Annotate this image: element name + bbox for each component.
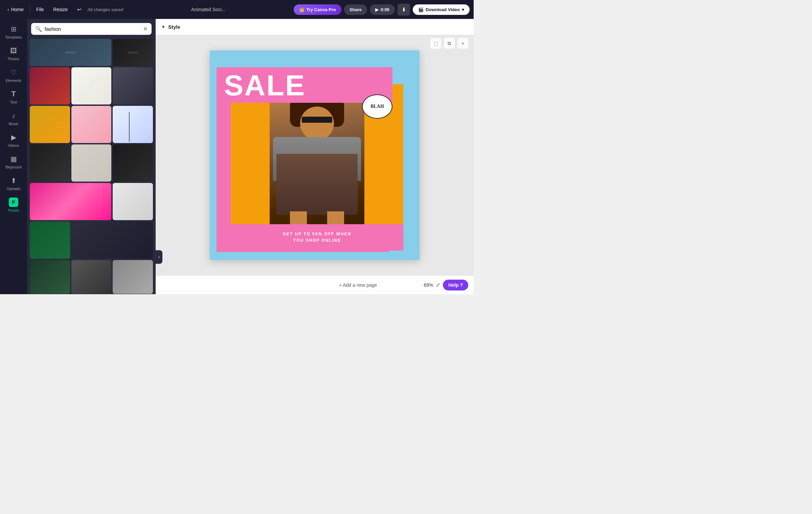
sidebar-item-videos-label: Videos [8,143,19,147]
main-layout: ⊞ Templates 🖼 Photos ♡ Elements T Text ♪… [0,19,474,294]
search-icon: 🔍 [35,26,42,32]
search-panel: 🔍 ✕ fashion fashion 👗 [27,19,156,294]
photo-cell[interactable] [30,183,111,220]
photo-cell[interactable] [113,144,153,182]
search-bar: 🔍 ✕ [27,19,156,38]
photo-cell[interactable] [113,183,153,220]
try-pro-button[interactable]: 👑 Try Canva Pro [294,4,341,15]
uploads-icon: ⬆ [9,176,18,185]
crown-icon: 👑 [299,7,304,12]
style-toolbar: ✦ Style [156,19,474,35]
undo-button[interactable]: ↩ [74,5,85,14]
file-button[interactable]: File [33,5,47,14]
style-sparkle-icon: ✦ [161,24,165,30]
photo-cell[interactable] [30,106,70,143]
left-sidebar: ⊞ Templates 🖼 Photos ♡ Elements T Text ♪… [0,19,27,294]
undo-icon: ↩ [77,7,81,12]
sidebar-item-text[interactable]: T Text [2,87,25,107]
blah-text: BLAH [370,104,384,109]
pexels-icon: P [9,197,18,207]
photo-cell[interactable] [30,221,70,259]
photo-cell[interactable] [71,221,153,259]
sidebar-item-photos[interactable]: 🖼 Photos [2,43,25,64]
help-button[interactable]: Help ? [443,280,468,290]
sidebar-item-templates-label: Templates [5,35,22,39]
photos-icon: 🖼 [9,46,18,55]
sidebar-item-uploads[interactable]: ⬆ Uploads [2,173,25,193]
sidebar-item-music-label: Music [9,122,19,126]
zoom-expand-button[interactable]: ⤢ [436,282,440,288]
document-title[interactable]: Animated Soci... [191,7,226,12]
download-icon-button[interactable]: ⬇ [398,4,410,16]
photo-cell[interactable]: 👖 [113,67,153,104]
photo-grid: fashion fashion 👗 👕 👖 [27,38,156,294]
photo-cell[interactable]: fashion [113,39,153,66]
photo-cell[interactable]: 👕 [71,67,112,104]
zoom-area: 69% ⤢ Help ? [424,280,468,290]
bottom-line1: GET UP TO 50% OFF WHEN [283,231,352,237]
search-input-wrap: 🔍 ✕ [31,23,152,35]
home-label: Home [11,7,24,12]
photo-cell[interactable] [71,144,112,182]
share-button[interactable]: Share [344,4,367,15]
canvas-center: SALE [156,35,474,275]
videos-icon: ▶ [9,133,18,142]
photo-cell[interactable]: 👗 [30,67,70,104]
photo-cell[interactable] [71,106,112,143]
sidebar-item-templates[interactable]: ⊞ Templates [2,22,25,42]
download-label: Download Video [426,7,460,12]
resize-button[interactable]: Resize [50,5,71,14]
background-icon: ▦ [9,154,18,164]
sidebar-item-videos[interactable]: ▶ Videos [2,130,25,150]
sale-text-top: SALE [224,71,306,100]
canvas-area: ✦ Style ⬚ ⧉ + SALE [156,19,474,294]
sale-banner-top: SALE [217,67,392,103]
canvas-bottom-bar: + Add a new page 69% ⤢ Help ? [156,275,474,294]
copy-button[interactable]: ⧉ [444,38,455,49]
download-video-button[interactable]: 🎬 Download Video ▾ [413,4,470,15]
download-icon: 🎬 [418,7,424,12]
sidebar-item-music[interactable]: ♪ Music [2,108,25,128]
elements-icon: ♡ [9,68,18,77]
photo-cell[interactable] [113,260,153,294]
photo-cell[interactable] [113,106,153,143]
text-icon: T [9,89,18,99]
templates-icon: ⊞ [9,24,18,34]
sidebar-item-background-label: Bkground [5,165,21,169]
sidebar-item-photos-label: Photos [8,57,19,61]
sidebar-item-background[interactable]: ▦ Bkground [2,151,25,172]
photo-cell[interactable]: fashion [30,39,111,66]
play-icon: ▶ [375,7,379,12]
sidebar-item-uploads-label: Uploads [7,187,20,191]
timer-label: 0:05 [381,7,389,12]
bottom-strip: GET UP TO 50% OFF WHEN YOU SHOP ONLINE [231,224,403,251]
canvas-top-actions: ⬚ ⧉ + [430,38,468,49]
photo-cell[interactable] [30,260,70,294]
music-icon: ♪ [9,111,18,120]
home-button[interactable]: ‹ Home [4,5,27,14]
photo-cell[interactable] [30,144,70,182]
speech-bubble: BLAH [362,94,392,119]
photo-cell[interactable] [71,260,112,294]
add-element-button[interactable]: + [457,38,468,49]
sidebar-item-elements-label: Elements [6,78,21,83]
add-page-button[interactable]: + Add a new page [292,282,424,288]
hide-panel-button[interactable]: ‹ [156,250,162,264]
saved-status: All changes saved [87,7,123,12]
top-nav: ‹ Home File Resize ↩ All changes saved A… [0,0,474,19]
design-canvas[interactable]: SALE [210,50,420,260]
sidebar-item-text-label: Text [10,100,17,104]
search-clear-button[interactable]: ✕ [143,26,148,32]
sidebar-item-elements[interactable]: ♡ Elements [2,65,25,85]
sidebar-item-pexels-label: Pexels [8,208,19,212]
bottom-text: GET UP TO 50% OFF WHEN YOU SHOP ONLINE [283,231,352,244]
chevron-left-icon: ‹ [7,7,9,12]
frame-button[interactable]: ⬚ [430,38,441,49]
play-button[interactable]: ▶ 0:05 [370,4,395,15]
sidebar-item-pexels[interactable]: P Pexels [2,195,25,215]
nav-divider [30,5,30,14]
try-pro-label: Try Canva Pro [307,7,336,12]
search-input[interactable] [45,26,140,32]
style-label: Style [168,24,180,30]
resize-label: Resize [53,7,68,12]
